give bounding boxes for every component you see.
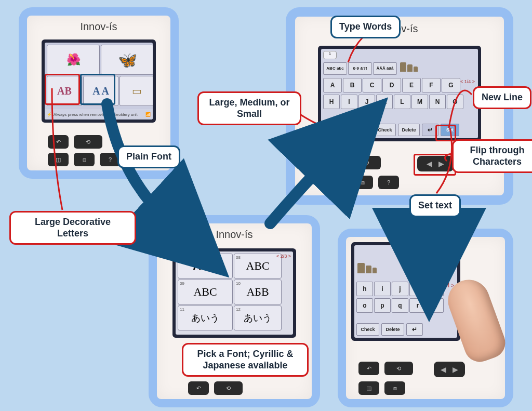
- key-k[interactable]: K: [376, 95, 393, 109]
- keys-row-1: A B C D E F G: [323, 78, 460, 92]
- key4-l[interactable]: l: [427, 282, 444, 296]
- key4-s[interactable]: s: [427, 298, 444, 313]
- key-c[interactable]: C: [363, 78, 381, 92]
- key-l[interactable]: L: [394, 95, 410, 109]
- arrow-pad-4[interactable]: ◀▶: [434, 362, 465, 377]
- screen-3: 1 ABC abc 0-9 &?! ÂÄÅ âäå < 1/4 > A B: [318, 46, 481, 141]
- annot-plain-font: Plain Font: [117, 145, 180, 168]
- button-row-5: ◫ ⧈ ?: [326, 176, 399, 189]
- newline-button[interactable]: ↵: [422, 124, 438, 136]
- tab-numsym[interactable]: 0-9 &?!: [348, 62, 372, 75]
- wifi-icon: 📶: [145, 112, 151, 117]
- button-row-7: ◫ ⧈: [358, 381, 405, 395]
- key4-o[interactable]: o: [356, 298, 373, 313]
- nav-button-4[interactable]: ⟲: [384, 362, 413, 375]
- check-button-4[interactable]: Check: [356, 323, 379, 336]
- font-09[interactable]: 09ABC: [178, 280, 233, 304]
- check-button[interactable]: Check: [374, 124, 396, 136]
- key-a[interactable]: A: [323, 78, 342, 92]
- arrow-pad[interactable]: ◀▶: [417, 156, 454, 171]
- brand-logo-2: Innov-ís: [216, 228, 252, 241]
- tab-accent[interactable]: ÂÄÅ âäå: [373, 62, 397, 75]
- annot-set-text: Set text: [409, 194, 461, 217]
- key4-h[interactable]: h: [356, 282, 373, 296]
- hoop-button-3[interactable]: ◫: [326, 176, 347, 189]
- annot-decorative: Large Decorative Letters: [9, 211, 136, 245]
- hoop-button-4[interactable]: ◫: [358, 381, 379, 395]
- keys4-row-1: h i j k l: [356, 282, 444, 296]
- button-row-4: ↶ ⟲ ◀▶: [326, 156, 454, 171]
- key4-j[interactable]: j: [392, 282, 408, 296]
- key4-i[interactable]: i: [374, 282, 391, 296]
- screen-4: ↔ 99.2mm↕ 31.7mm < 3/4 > h i j k l o p q…: [351, 242, 460, 341]
- annot-pick-font: Pick a Font; Cyrillic & Japanese availab…: [182, 343, 309, 377]
- screen-1: 🌺 🦋 AB A A ▭ ⚡Always press when removing…: [42, 39, 156, 123]
- page-indicator: < 2/3 >: [276, 254, 291, 259]
- button-row-6: ↶ ⟲ ◀▶: [358, 362, 465, 377]
- key-j[interactable]: J: [358, 95, 375, 109]
- key4-q[interactable]: q: [392, 298, 408, 313]
- font-07[interactable]: 07ABC: [178, 254, 233, 279]
- nav-button-2[interactable]: ⟲: [214, 381, 243, 395]
- panel-4: ↔ 99.2mm↕ 31.7mm < 3/4 > h i j k l o p q…: [338, 229, 513, 407]
- hoop-button[interactable]: ◫: [48, 153, 69, 166]
- help-button-3[interactable]: ?: [378, 176, 399, 189]
- button-row-1: ↶ ⟲: [48, 135, 102, 149]
- key-o[interactable]: O: [447, 95, 463, 109]
- back-button-2[interactable]: ↶: [188, 381, 209, 395]
- key-f[interactable]: F: [422, 78, 441, 92]
- key4-k[interactable]: k: [409, 282, 426, 296]
- keys4-row-2: o p q r s: [356, 298, 444, 313]
- font-11[interactable]: 11あいう: [178, 306, 233, 330]
- char-tabs: ABC abc 0-9 &?! ÂÄÅ âäå: [323, 62, 397, 75]
- decorative-letters[interactable]: AB: [47, 76, 82, 106]
- font-08[interactable]: 08ABC: [234, 254, 282, 279]
- delete-button-4[interactable]: Delete: [381, 323, 404, 336]
- delete-button[interactable]: Delete: [398, 124, 420, 136]
- tab-alpha[interactable]: ABC abc: [323, 62, 347, 75]
- font-12[interactable]: 12あいう: [234, 306, 282, 330]
- brand-logo: Innov-ís: [80, 20, 117, 33]
- key-n[interactable]: N: [429, 95, 446, 109]
- panel-2: Innov-ís 07ABC 08ABC 09ABC 10АБВ 11あいう 1…: [149, 215, 320, 407]
- status-bar: ⚡Always press when removing Embroidery u…: [45, 109, 153, 120]
- key-d[interactable]: D: [382, 78, 401, 92]
- newline-button-4[interactable]: ↵: [406, 323, 423, 336]
- size-preview-4: [357, 263, 377, 273]
- back-button-3[interactable]: ↶: [326, 156, 347, 169]
- bottom-controls-4: Check Delete ↵: [356, 323, 423, 336]
- design-butterfly[interactable]: 🦋: [101, 45, 153, 75]
- button-row-2: ◫ ⧈ ?: [48, 153, 121, 166]
- key-g[interactable]: G: [442, 78, 460, 92]
- size-lms[interactable]: L M S: [323, 124, 349, 136]
- dimensions: ↔ 99.2mm↕ 31.7mm: [429, 263, 454, 274]
- key-b[interactable]: B: [343, 78, 362, 92]
- pattern-icon[interactable]: [435, 247, 455, 261]
- back-button-4[interactable]: ↶: [358, 362, 379, 375]
- font-10[interactable]: 10АБВ: [234, 280, 282, 304]
- machine-4: ↔ 99.2mm↕ 31.7mm < 3/4 > h i j k l o p q…: [346, 237, 505, 399]
- key-e[interactable]: E: [402, 78, 421, 92]
- key-m[interactable]: M: [411, 95, 428, 109]
- screen-2: 07ABC 08ABC 09ABC 10АБВ 11あいう 12あいう < 2/…: [172, 248, 296, 338]
- annot-size: Large, Medium, or Small: [197, 91, 301, 125]
- nav-button[interactable]: ⟲: [74, 135, 102, 149]
- annot-newline: New Line: [473, 86, 531, 109]
- back-button[interactable]: ↶: [48, 135, 69, 149]
- key4-r[interactable]: r: [409, 298, 426, 313]
- info-button-3[interactable]: ⧈: [352, 176, 373, 189]
- nav-button-3[interactable]: ⟲: [352, 156, 381, 169]
- design-flowers[interactable]: 🌺: [47, 45, 100, 75]
- plain-font-letters[interactable]: A A: [83, 76, 118, 106]
- info-button[interactable]: ⧈: [74, 153, 95, 166]
- info-button-4[interactable]: ⧈: [384, 381, 405, 395]
- frame-shapes[interactable]: ▭: [119, 76, 153, 106]
- bottom-controls: L M S Check Delete ↵ Set: [323, 124, 459, 136]
- key-i[interactable]: I: [341, 95, 357, 109]
- set-button[interactable]: Set: [441, 124, 459, 136]
- key-h[interactable]: H: [323, 95, 340, 109]
- annot-type-words: Type Words: [330, 16, 401, 38]
- key4-p[interactable]: p: [374, 298, 391, 313]
- annot-flip: Flip through Characters: [452, 139, 532, 173]
- line-indicator: 1: [323, 51, 337, 59]
